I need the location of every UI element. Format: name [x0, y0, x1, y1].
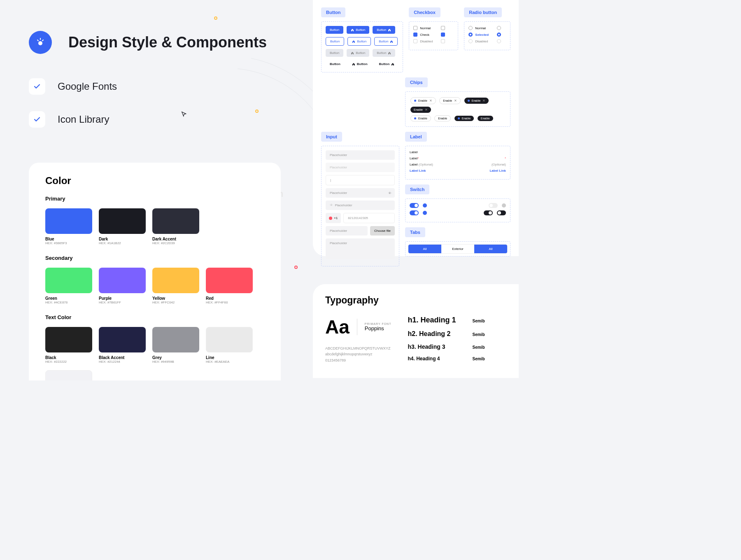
tab-exterior[interactable]: Exterior [441, 245, 474, 253]
color-swatch [99, 327, 146, 352]
chip[interactable]: Enable✕ [439, 97, 461, 104]
close-icon[interactable]: ✕ [482, 99, 485, 103]
switch-on[interactable] [410, 203, 419, 208]
swatch-name: Grey [152, 355, 199, 360]
chip-dark[interactable]: Enable [478, 116, 493, 121]
textarea[interactable]: Placeholder [326, 238, 395, 259]
color-swatch [45, 327, 92, 352]
radio-normal[interactable]: Normal [468, 26, 489, 30]
input-password[interactable]: Placeholder [326, 188, 395, 198]
font-name: Poppins [365, 325, 391, 331]
switch-dark-on[interactable] [484, 210, 493, 215]
close-icon[interactable]: ✕ [425, 108, 428, 112]
button-disabled-icon[interactable]: Button [347, 49, 369, 57]
checkbox-icon [441, 39, 445, 43]
color-swatch [99, 268, 146, 293]
phone-code[interactable]: +1 [326, 213, 341, 223]
checkbox-normal-bare[interactable] [441, 26, 445, 30]
chip-label: Enable [462, 117, 471, 120]
section-title: Text Color [45, 314, 264, 320]
chip-dot-icon [414, 117, 416, 119]
chip-dark[interactable]: Enable✕ [410, 107, 431, 113]
svg-line-2 [37, 40, 38, 41]
label-group: Label Label** Label (Optional)(Optional)… [405, 146, 510, 180]
heading-weight: Semib [472, 332, 485, 337]
chip[interactable]: Enable✕ [410, 97, 436, 104]
button-disabled[interactable]: Button [326, 49, 343, 57]
close-icon[interactable]: ✕ [454, 99, 457, 103]
color-swatch [99, 208, 146, 234]
color-card: Color Primary BlueHEX: #3865F3DarkHEX: #… [29, 163, 281, 380]
input-active[interactable]: | [326, 175, 395, 185]
button-label: Button [377, 51, 386, 55]
button-text-icon-right[interactable]: Button [375, 60, 399, 68]
button-primary[interactable]: Button [326, 26, 343, 34]
swatch-hex: HEX: #1A1B22 [99, 241, 146, 245]
chip-dark[interactable]: Enable✕ [464, 98, 489, 104]
section-tag-tabs: Tabs [405, 227, 425, 237]
checkbox-checked-bare[interactable] [441, 33, 445, 37]
section-title: Primary [45, 196, 264, 202]
close-icon[interactable]: ✕ [429, 99, 432, 103]
file-input[interactable]: Placeholder [326, 226, 368, 236]
button-text-icon[interactable]: Button [348, 60, 372, 68]
button-disabled-icon-right[interactable]: Button [373, 49, 395, 57]
typography-sample: Aa [325, 316, 350, 338]
swatch-name: Blue [45, 237, 92, 241]
button-primary-icon-right[interactable]: Button [373, 26, 395, 34]
switch-handle [502, 203, 506, 208]
section-tag-button: Button [321, 7, 345, 17]
label-link[interactable]: Label Link [410, 169, 426, 173]
section-tag-label: Label [405, 132, 427, 142]
chip-label: Enable [418, 117, 427, 120]
swatch-hex: HEX: #212244 [99, 360, 146, 364]
checkbox-checked[interactable]: Check [413, 33, 433, 37]
chip-dark[interactable]: Enable [454, 116, 474, 121]
typography-headings: h1. Heading 1Semibh2. Heading 2Semibh3. … [408, 316, 485, 367]
radio-selected-bare[interactable] [497, 33, 501, 37]
input-with-eye[interactable]: 👁 Placeholder [326, 201, 395, 210]
button-group: Button Button Button Button Button Butto… [321, 21, 403, 72]
code-text: +1 [334, 216, 338, 220]
eye-icon[interactable]: 👁 [388, 191, 391, 195]
button-outline[interactable]: Button [326, 37, 344, 46]
button-outline-icon-right[interactable]: Button [374, 37, 398, 46]
swatch-hex: HEX: #7B61FF [99, 301, 146, 304]
switch-dark-off[interactable] [497, 210, 506, 215]
checkbox-normal[interactable]: Normal [413, 26, 433, 30]
color-swatch [45, 268, 92, 293]
page-title: Design Style & Components [68, 34, 267, 51]
input-group: Placeholder Placeholder | Placeholder👁 👁… [321, 146, 399, 266]
radio-selected[interactable]: Selected [468, 33, 489, 37]
choose-file-button[interactable]: Choose file [370, 226, 395, 236]
chip-dot-icon [414, 100, 416, 102]
phone-input[interactable]: 82120142305 [343, 213, 395, 223]
swatch-item: LineHEX: #EAEAEA [206, 327, 253, 364]
feature-label: Google Fonts [58, 81, 117, 92]
tab-all-2[interactable]: All [474, 245, 507, 253]
label-link[interactable]: Label Link [489, 169, 506, 173]
swatch-row: BlackHEX: #222222Black AccentHEX: #21224… [45, 327, 264, 380]
button-label: Button [377, 28, 386, 32]
button-outline-icon[interactable]: Button [347, 37, 371, 46]
button-text[interactable]: Button [326, 60, 345, 68]
button-primary-icon[interactable]: Button [347, 26, 369, 34]
chip[interactable]: Enable [434, 115, 451, 121]
tab-all[interactable]: All [408, 245, 441, 253]
switch-off[interactable] [489, 203, 498, 208]
lightbulb-icon [29, 31, 52, 54]
feature-item: Icon Library [29, 111, 117, 128]
heading-row: h2. Heading 2Semib [408, 330, 485, 343]
page-header: Design Style & Components [29, 31, 267, 54]
input-placeholder[interactable]: Placeholder [326, 163, 395, 172]
section-title: Secondary [45, 255, 264, 261]
radio-normal-bare[interactable] [497, 26, 501, 30]
swatch-item: White GreyHEX: #F1F1F5 [45, 370, 92, 380]
section-tag-input: Input [321, 132, 342, 142]
switch-on[interactable] [410, 210, 419, 215]
swatch-name: Black Accent [99, 355, 146, 360]
chips-group: Enable✕ Enable✕ Enable✕ Enable✕ Enable E… [405, 91, 510, 127]
chip[interactable]: Enable [410, 115, 431, 121]
optional-text: (Optional) [419, 163, 433, 166]
input-placeholder[interactable]: Placeholder [326, 150, 395, 160]
